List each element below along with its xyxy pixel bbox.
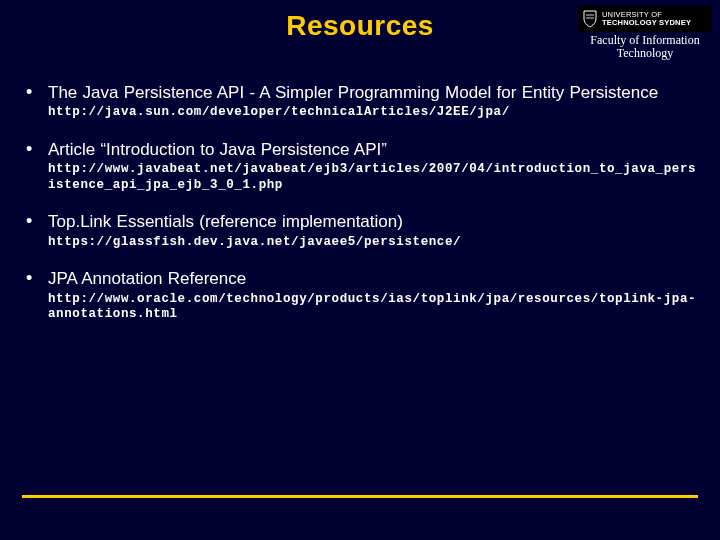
- resource-list: The Java Persistence API - A Simpler Pro…: [20, 82, 700, 323]
- list-item: The Java Persistence API - A Simpler Pro…: [20, 82, 700, 121]
- logo-line2: TECHNOLOGY SYDNEY: [602, 18, 691, 27]
- faculty-line1: Faculty of Information: [590, 33, 699, 47]
- resource-url: http://www.javabeat.net/javabeat/ejb3/ar…: [48, 162, 700, 193]
- footer-divider: [22, 495, 698, 498]
- logo-text: UNIVERSITY OF TECHNOLOGY SYDNEY: [602, 11, 691, 27]
- slide-header: Resources UNIVERSITY OF TECHNOLOGY SYDNE…: [0, 0, 720, 64]
- list-item: Top.Link Essentials (reference implement…: [20, 211, 700, 250]
- slide-content: The Java Persistence API - A Simpler Pro…: [0, 64, 720, 323]
- university-logo: UNIVERSITY OF TECHNOLOGY SYDNEY: [578, 6, 712, 32]
- resource-title: JPA Annotation Reference: [48, 268, 700, 289]
- resource-url: https://glassfish.dev.java.net/javaee5/p…: [48, 235, 700, 251]
- resource-title: The Java Persistence API - A Simpler Pro…: [48, 82, 700, 103]
- resource-url: http://java.sun.com/developer/technicalA…: [48, 105, 700, 121]
- resource-title: Article “Introduction to Java Persistenc…: [48, 139, 700, 160]
- resource-url: http://www.oracle.com/technology/product…: [48, 292, 700, 323]
- faculty-label: Faculty of Information Technology: [578, 34, 712, 60]
- resource-title: Top.Link Essentials (reference implement…: [48, 211, 700, 232]
- crest-icon: [582, 10, 598, 28]
- list-item: JPA Annotation Reference http://www.orac…: [20, 268, 700, 323]
- list-item: Article “Introduction to Java Persistenc…: [20, 139, 700, 194]
- faculty-line2: Technology: [617, 46, 673, 60]
- logo-block: UNIVERSITY OF TECHNOLOGY SYDNEY Faculty …: [578, 6, 712, 60]
